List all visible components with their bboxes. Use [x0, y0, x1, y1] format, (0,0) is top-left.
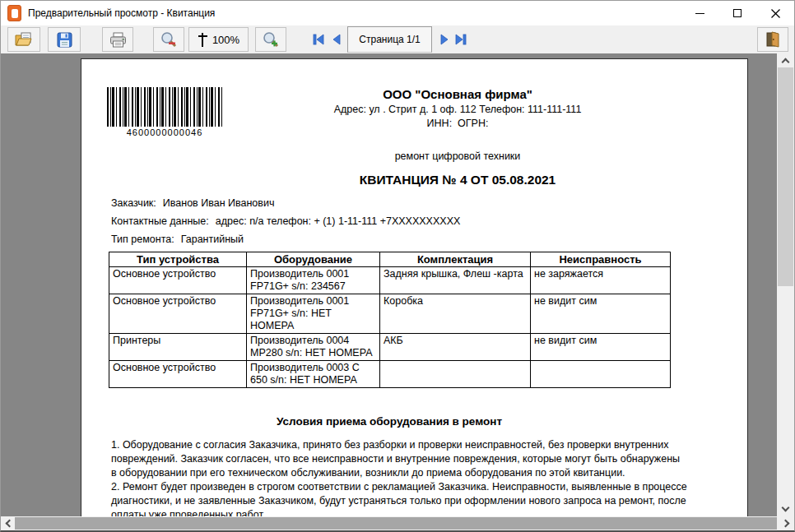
receipt-header: 4600000000046 ООО "Основная фирма" Адрес… — [81, 59, 747, 187]
customer-line: Заказчик:Иванов Иван Иванович — [111, 197, 747, 209]
order-info: Заказчик:Иванов Иван Иванович Контактные… — [111, 197, 747, 245]
vertical-scrollbar-thumb[interactable] — [778, 67, 793, 286]
floppy-disk-icon — [57, 32, 72, 48]
cell-device-type: Основное устройство — [109, 294, 247, 334]
vertical-scrollbar[interactable] — [777, 53, 794, 516]
chevron-up-icon — [782, 58, 790, 67]
chevron-right-icon — [782, 520, 790, 528]
minimize-button[interactable] — [681, 1, 718, 25]
customer-value: Иванов Иван Иванович — [163, 197, 275, 209]
scroll-down-button[interactable] — [777, 502, 794, 516]
maximize-icon — [733, 9, 742, 17]
col-malfunction: Неисправность — [531, 252, 671, 267]
first-page-icon — [313, 34, 324, 45]
next-page-button[interactable] — [437, 30, 451, 49]
ruler-icon — [198, 33, 207, 47]
cell-accessories — [380, 361, 531, 388]
toolbar: 100% Страница 1/1 — [1, 25, 794, 53]
cell-device-type: Основное устройство — [109, 267, 247, 294]
horizontal-scrollbar-track[interactable] — [15, 516, 780, 530]
preview-content-area: 4600000000046 ООО "Основная фирма" Адрес… — [1, 53, 794, 516]
terms-title: Условия приема оборудования в ремонт — [109, 415, 670, 428]
scale-display[interactable]: 100% — [188, 27, 249, 52]
open-door-icon — [765, 31, 781, 48]
last-page-button[interactable] — [453, 30, 467, 49]
table-row: Основное устройство Производитель 0001 F… — [109, 294, 671, 334]
save-button[interactable] — [48, 27, 81, 52]
repair-type-label: Тип ремонта: — [111, 234, 174, 245]
col-equipment: Оборудование — [247, 252, 380, 267]
contacts-label: Контактные данные: — [111, 215, 209, 227]
close-button[interactable] — [756, 1, 794, 25]
cell-equipment: Производитель 0001 FP71G+ s/n: НЕТ НОМЕР… — [247, 294, 380, 334]
window-controls — [681, 1, 794, 25]
page-indicator[interactable]: Страница 1/1 — [347, 26, 432, 53]
table-row: Принтеры Производитель 0004 MP280 s/n: Н… — [109, 334, 671, 361]
contacts-line: Контактные данные:адрес: n/a телефон: + … — [111, 215, 747, 227]
titlebar: Предварительный просмотр - Квитанция — [1, 1, 794, 25]
terms-paragraph-1: 1. Оборудование с согласия Заказчика, пр… — [111, 438, 687, 480]
chevron-down-icon — [782, 504, 790, 512]
last-page-icon — [455, 34, 467, 45]
maximize-button[interactable] — [718, 1, 756, 25]
scroll-left-button[interactable] — [1, 516, 15, 530]
magnifier-minus-icon — [160, 31, 177, 48]
window-title: Предварительный просмотр - Квитанция — [28, 7, 215, 19]
cell-equipment: Производитель 0001 FP71G+ s/n: 234567 — [247, 267, 380, 294]
receipt-title: КВИТАНЦИЯ № 4 ОТ 05.08.2021 — [222, 173, 693, 187]
zoom-out-button[interactable] — [153, 27, 184, 52]
cell-malfunction — [531, 361, 671, 388]
cell-malfunction: не заряжается — [531, 267, 671, 294]
chevron-left-icon — [6, 520, 14, 528]
cell-malfunction: не видит сим — [531, 294, 671, 334]
cell-equipment: Производитель 0003 C 650 s/n: НЕТ НОМЕРА — [247, 361, 380, 388]
app-icon — [7, 5, 21, 21]
customer-label: Заказчик: — [111, 197, 156, 209]
company-block: ООО "Основная фирма" Адрес: ул . Стрит д… — [222, 87, 693, 187]
first-page-button[interactable] — [311, 30, 325, 49]
cell-accessories: Коробка — [380, 294, 531, 334]
cell-accessories: Задняя крышка, Флеш -карта — [380, 267, 531, 294]
cell-device-type: Принтеры — [109, 334, 247, 361]
table-row: Основное устройство Производитель 0003 C… — [109, 361, 671, 388]
contacts-value: адрес: n/a телефон: + (1) 1-11-111 +7XXX… — [216, 215, 461, 227]
horizontal-scrollbar[interactable] — [1, 516, 794, 530]
magnifier-plus-icon — [263, 31, 279, 48]
zoom-in-button[interactable] — [255, 27, 286, 52]
horizontal-scrollbar-thumb[interactable] — [15, 517, 777, 530]
receipt-page: 4600000000046 ООО "Основная фирма" Адрес… — [81, 58, 748, 516]
table-row: Основное устройство Производитель 0001 F… — [109, 267, 671, 294]
preview-canvas: 4600000000046 ООО "Основная фирма" Адрес… — [1, 53, 777, 516]
terms-paragraph-2: 2. Ремонт будет произведен в строгом соо… — [111, 480, 687, 516]
zoom-level: 100% — [212, 34, 239, 46]
previous-page-icon — [332, 34, 342, 45]
barcode-block: 4600000000046 — [107, 87, 222, 187]
company-requisites: ИНН: ОГРН: — [222, 118, 693, 129]
col-device-type: Тип устройства — [109, 252, 247, 267]
previous-page-button[interactable] — [329, 30, 343, 49]
scroll-up-button[interactable] — [777, 53, 794, 67]
barcode-number: 4600000000046 — [107, 127, 222, 137]
print-button[interactable] — [102, 27, 133, 52]
col-accessories: Комплектация — [380, 252, 531, 267]
open-button[interactable] — [7, 27, 40, 52]
terms-text: 1. Оборудование с согласия Заказчика, пр… — [111, 438, 687, 516]
cell-malfunction: не видит сим — [531, 334, 671, 361]
repair-type-value: Гарантийный — [181, 234, 244, 245]
next-page-icon — [439, 34, 449, 45]
exit-button[interactable] — [757, 27, 788, 52]
print-preview-window: Предварительный просмотр - Квитанция — [0, 0, 795, 532]
devices-table: Тип устройства Оборудование Комплектация… — [109, 252, 671, 388]
printer-icon — [109, 32, 127, 48]
company-address: Адрес: ул . Стрит д. 1 оф. 112 Телефон: … — [222, 104, 693, 115]
barcode-image — [107, 87, 222, 127]
close-icon — [771, 9, 780, 18]
open-folder-icon — [15, 32, 33, 47]
scroll-right-button[interactable] — [780, 516, 794, 530]
company-name: ООО "Основная фирма" — [222, 87, 693, 101]
cell-device-type: Основное устройство — [109, 361, 247, 388]
cell-accessories: АКБ — [380, 334, 531, 361]
repair-type-line: Тип ремонта:Гарантийный — [111, 234, 747, 245]
cell-equipment: Производитель 0004 MP280 s/n: НЕТ НОМЕРА — [247, 334, 380, 361]
minimize-icon — [695, 13, 704, 14]
